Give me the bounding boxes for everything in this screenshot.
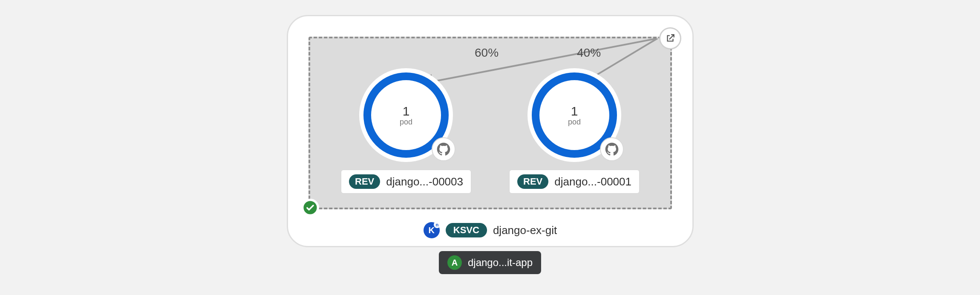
source-decorator-0[interactable] [432, 137, 455, 161]
external-link-icon [665, 33, 676, 44]
source-decorator-1[interactable] [600, 137, 624, 161]
knative-service-card[interactable]: 60% 40% 1 pod [287, 15, 694, 247]
traffic-percent-1: 40% [577, 46, 601, 60]
pod-count: 1 [403, 104, 410, 119]
application-name: django...it-app [468, 257, 533, 269]
revision-name: django...-00003 [386, 175, 463, 188]
service-kind-pill: KSVC [446, 223, 487, 237]
check-circle-icon [303, 200, 317, 215]
open-route-button[interactable] [659, 27, 681, 49]
pod-unit-label: pod [568, 118, 581, 127]
application-group-chip[interactable]: A django...it-app [439, 251, 541, 274]
knative-icon: K [424, 222, 440, 238]
pod-ring-1[interactable]: 1 pod [532, 72, 617, 158]
github-icon [605, 142, 619, 156]
service-name: django-ex-git [493, 224, 557, 237]
revision-node-0[interactable]: 1 pod REV django...-00003 [334, 72, 478, 194]
application-initial-badge: A [447, 255, 462, 270]
build-status-success[interactable] [301, 199, 319, 217]
traffic-percent-0: 60% [475, 46, 499, 60]
pod-unit-label: pod [400, 118, 412, 127]
revision-name: django...-00001 [554, 175, 631, 188]
pod-count: 1 [571, 104, 578, 119]
revision-kind-pill: REV [517, 174, 548, 189]
github-icon [437, 142, 450, 156]
revision-label-0[interactable]: REV django...-00003 [341, 170, 471, 194]
revisions-group: 60% 40% 1 pod [308, 37, 672, 209]
service-label-row[interactable]: K KSVC django-ex-git [288, 222, 692, 238]
pod-ring-0[interactable]: 1 pod [363, 72, 449, 158]
topology-canvas: 60% 40% 1 pod [0, 0, 980, 295]
revision-kind-pill: REV [349, 174, 380, 189]
revision-label-1[interactable]: REV django...-00001 [509, 170, 640, 194]
revision-node-1[interactable]: 1 pod REV django...-00001 [502, 72, 647, 194]
